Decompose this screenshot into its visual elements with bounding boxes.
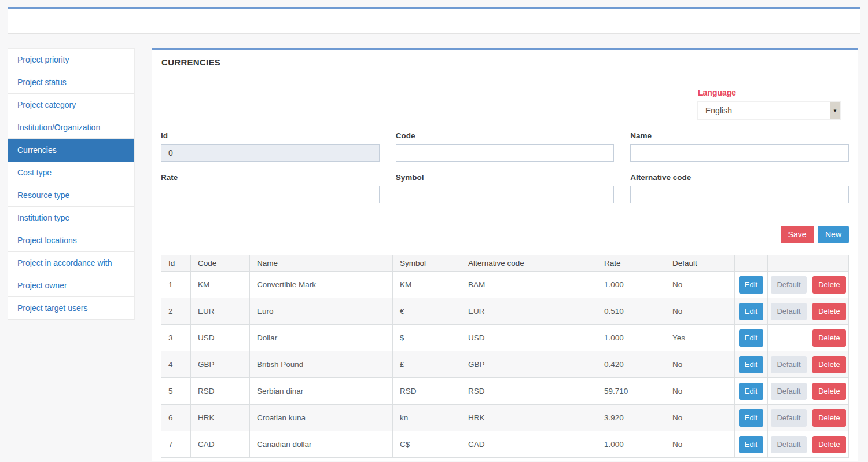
cell-alt-code: RSD (461, 378, 597, 405)
default-button-cell (768, 325, 810, 351)
cell-code: USD (191, 325, 250, 351)
delete-button[interactable]: Delete (812, 303, 846, 320)
cell-id: 4 (161, 351, 191, 378)
set-default-button[interactable]: Default (771, 303, 806, 320)
name-label: Name (630, 131, 849, 140)
default-button-cell: Default (768, 272, 810, 298)
edit-button-cell: Edit (735, 298, 768, 325)
table-row: 1KMConvertible MarkKMBAM1.000NoEditDefau… (161, 272, 849, 298)
cell-default: Yes (665, 325, 735, 351)
code-field-group: Code (396, 131, 615, 162)
cell-alt-code: GBP (461, 351, 597, 378)
edit-button[interactable]: Edit (739, 329, 763, 347)
alternative-code-input[interactable] (630, 186, 849, 203)
column-header-id: Id (161, 255, 191, 272)
cell-symbol: C$ (393, 431, 461, 458)
symbol-input[interactable] (396, 186, 615, 203)
delete-button[interactable]: Delete (812, 356, 846, 373)
edit-button[interactable]: Edit (739, 409, 763, 427)
cell-id: 5 (161, 378, 191, 405)
cell-name: Euro (250, 298, 393, 325)
id-label: Id (161, 131, 380, 140)
cell-code: GBP (191, 351, 250, 378)
sidebar-item-project-owner[interactable]: Project owner (8, 274, 134, 297)
actions-column-header (768, 255, 810, 272)
cell-id: 2 (161, 298, 191, 325)
delete-button-cell: Delete (810, 431, 849, 458)
edit-button-cell: Edit (735, 378, 768, 405)
edit-button[interactable]: Edit (739, 383, 763, 400)
delete-button-cell: Delete (810, 298, 849, 325)
cell-default: No (665, 298, 735, 325)
sidebar-item-institution-organization[interactable]: Institution/Organization (8, 116, 134, 139)
sidebar-item-project-locations[interactable]: Project locations (8, 229, 134, 252)
default-button-cell: Default (768, 351, 810, 378)
column-header-name: Name (250, 255, 393, 272)
cell-name: Serbian dinar (250, 378, 393, 405)
cell-rate: 3.920 (597, 405, 665, 431)
rate-input[interactable] (161, 186, 380, 203)
sidebar-item-project-category[interactable]: Project category (8, 94, 134, 116)
rate-label: Rate (161, 173, 380, 182)
chevron-down-icon: ▼ (830, 102, 840, 119)
delete-button[interactable]: Delete (812, 409, 846, 427)
cell-code: RSD (191, 378, 250, 405)
column-header-symbol: Symbol (393, 255, 461, 272)
sidebar-item-project-in-accordance-with[interactable]: Project in accordance with (8, 252, 134, 274)
default-button-cell: Default (768, 405, 810, 431)
cell-rate: 0.510 (597, 298, 665, 325)
cell-symbol: kn (393, 405, 461, 431)
sidebar-item-project-target-users[interactable]: Project target users (8, 297, 134, 320)
rate-field-group: Rate (161, 173, 380, 203)
symbol-field-group: Symbol (396, 173, 615, 203)
edit-button[interactable]: Edit (739, 356, 763, 373)
new-button[interactable]: New (818, 226, 849, 243)
id-input (161, 144, 380, 162)
delete-button[interactable]: Delete (812, 383, 846, 400)
set-default-button[interactable]: Default (771, 356, 806, 373)
delete-button[interactable]: Delete (812, 276, 846, 294)
delete-button-cell: Delete (810, 378, 849, 405)
column-header-alternative-code: Alternative code (461, 255, 597, 272)
sidebar-item-currencies[interactable]: Currencies (8, 139, 134, 162)
set-default-button[interactable]: Default (771, 383, 806, 400)
sidebar-item-project-status[interactable]: Project status (8, 71, 134, 94)
edit-button[interactable]: Edit (739, 303, 763, 320)
cell-symbol: RSD (393, 378, 461, 405)
set-default-button[interactable]: Default (771, 436, 806, 453)
delete-button[interactable]: Delete (812, 436, 846, 453)
id-field-group: Id (161, 131, 380, 162)
top-navbar (8, 7, 860, 34)
cell-symbol: $ (393, 325, 461, 351)
cell-code: KM (191, 272, 250, 298)
edit-button[interactable]: Edit (739, 276, 763, 294)
set-default-button[interactable]: Default (771, 276, 806, 294)
name-input[interactable] (630, 144, 849, 162)
cell-symbol: € (393, 298, 461, 325)
cell-name: Convertible Mark (250, 272, 393, 298)
edit-button[interactable]: Edit (739, 436, 763, 453)
currencies-panel: CURRENCIES Language English ▼ Id Code Na… (152, 48, 858, 461)
default-button-cell: Default (768, 378, 810, 405)
delete-button[interactable]: Delete (812, 329, 846, 347)
sidebar-item-project-priority[interactable]: Project priority (8, 49, 134, 71)
cell-rate: 0.420 (597, 351, 665, 378)
cell-symbol: £ (393, 351, 461, 378)
default-button-cell: Default (768, 431, 810, 458)
cell-alt-code: BAM (461, 272, 597, 298)
sidebar-item-institution-type[interactable]: Institution type (8, 207, 134, 229)
save-button[interactable]: Save (781, 226, 814, 243)
language-block: Language English ▼ (698, 88, 840, 119)
language-select[interactable]: English ▼ (698, 102, 840, 119)
sidebar-item-resource-type[interactable]: Resource type (8, 184, 134, 207)
delete-button-cell: Delete (810, 272, 849, 298)
code-input[interactable] (396, 144, 615, 162)
sidebar-item-cost-type[interactable]: Cost type (8, 162, 134, 184)
cell-default: No (665, 405, 735, 431)
cell-rate: 1.000 (597, 325, 665, 351)
cell-rate: 1.000 (597, 272, 665, 298)
cell-name: Canadian dollar (250, 431, 393, 458)
set-default-button[interactable]: Default (771, 409, 806, 427)
cell-default: No (665, 272, 735, 298)
language-label: Language (698, 88, 840, 97)
